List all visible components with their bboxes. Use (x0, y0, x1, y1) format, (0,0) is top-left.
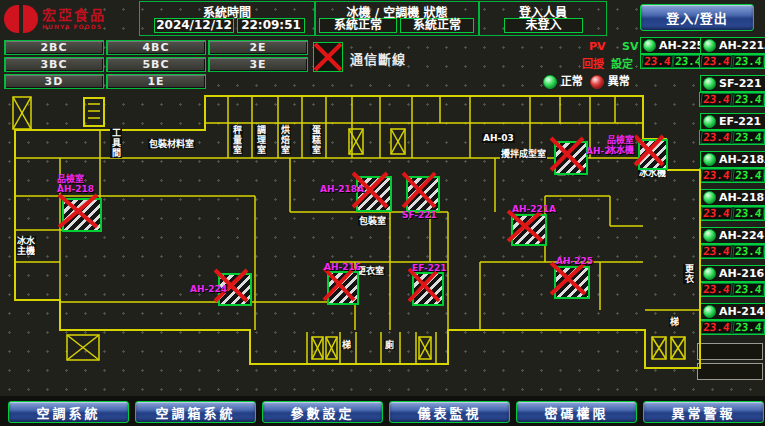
device-row-AH-218B[interactable]: AH-218B (700, 189, 765, 206)
pv-value: 23.4 (700, 283, 732, 296)
comm-loss-icon (313, 42, 343, 72)
stairs-icon (670, 336, 686, 360)
floorplan-device-label-AH-218: 品檢室 AH-218 (57, 174, 94, 194)
nav-button-5[interactable]: 密碼權限 (516, 401, 637, 423)
nav-button-1[interactable]: 空調系統 (8, 401, 129, 423)
device-row-SF-221[interactable]: SF-221 (700, 75, 765, 92)
floorplan-device-label-冰水機: 品檢室 冰水機 (607, 135, 634, 155)
sv-value: 23.4 (732, 207, 764, 220)
device-row-AH-216[interactable]: AH-216 (700, 265, 765, 282)
stairs-icon (325, 336, 338, 360)
floor-button-3E[interactable]: 3E (208, 57, 308, 72)
floorplan-device-AH-214[interactable] (554, 141, 588, 175)
stairs-icon (12, 96, 32, 130)
feedback-tag: 回授 (582, 55, 604, 71)
pv-value: 23.4 (700, 321, 732, 334)
sv-value: 23.4 (732, 169, 764, 182)
stairs-icon (311, 336, 324, 360)
device-values-AH-214: 23.423.4 (699, 320, 765, 335)
room-label: 冰水 主機 (16, 236, 36, 256)
brand-logo-icon (4, 5, 38, 33)
room-label: 烘焙室 (279, 125, 291, 155)
system-time-section: 系統時間 2024/12/12 22:09:51 (139, 1, 315, 36)
room-label: 調理室 (255, 125, 267, 155)
nav-button-3[interactable]: 參數設定 (262, 401, 383, 423)
pv-value: 23.4 (700, 55, 732, 68)
floor-button-3D[interactable]: 3D (4, 74, 104, 89)
device-row-AH-218A[interactable]: AH-218A (700, 151, 765, 168)
device-values-AH-218A: 23.423.4 (699, 168, 765, 183)
brand-name-en: HUNYA FOODS (42, 24, 106, 30)
system-date: 2024/12/12 (154, 18, 234, 33)
room-label: 包裝室 (358, 216, 387, 226)
room-label: 工具間 (110, 128, 122, 158)
nav-button-4[interactable]: 儀表監視 (389, 401, 510, 423)
device-name: AH-216 (719, 267, 764, 280)
floorplan-device-SF-221[interactable] (406, 176, 440, 212)
login-logout-button[interactable]: 登入/登出 (640, 4, 754, 31)
chiller-status: 系統正常 (319, 18, 397, 33)
sv-value: 23.4 (732, 245, 764, 258)
pv-value: 23.4 (700, 169, 732, 182)
room-label: 梯 (669, 317, 680, 327)
device-values-SF-221: 23.423.4 (699, 92, 765, 107)
floor-button-3BC[interactable]: 3BC (4, 57, 104, 72)
device-row-AH-214[interactable]: AH-214 (700, 303, 765, 320)
pv-tag: PV (589, 40, 606, 53)
device-row-EF-221[interactable]: EF-221 (700, 113, 765, 130)
floorplan-device-label-AH-225: AH-225 (556, 256, 593, 266)
floorplan-device-EF-221[interactable] (412, 272, 444, 306)
stairs-icon (651, 336, 667, 360)
device-name: AH-225 (659, 39, 704, 52)
device-status-lamp (643, 39, 656, 52)
stairs-icon (390, 128, 406, 155)
floorplan-device-AH-221A[interactable] (511, 214, 547, 246)
floorplan-device-AH-216[interactable] (327, 271, 359, 305)
room-label: 梯 (341, 340, 352, 350)
floor-button-5BC[interactable]: 5BC (106, 57, 206, 72)
sv-value: 23.4 (732, 283, 764, 296)
device-name: SF-221 (719, 77, 762, 90)
pv-value: 23.4 (700, 207, 732, 220)
floor-button-2BC[interactable]: 2BC (4, 40, 104, 55)
device-status-lamp (703, 39, 716, 52)
stairs-icon (348, 128, 364, 155)
floorplan-device-AH-218[interactable] (62, 198, 102, 232)
floorplan-device-label-SF-221: SF-221 (402, 210, 437, 220)
stairs-icon (418, 336, 432, 360)
empty-device-slot (697, 343, 763, 360)
device-status-lamp (703, 191, 716, 204)
device-name: AH-221A (719, 39, 765, 52)
room-label: 攪拌成型室 (500, 149, 547, 159)
brand-logo: 宏亞食品 HUNYA FOODS (4, 2, 132, 35)
device-row-AH-225[interactable]: AH-225 (640, 37, 703, 54)
device-row-AH-221A[interactable]: AH-221A (700, 37, 765, 54)
floorplan-device-label-EF-221: EF-221 (412, 263, 447, 273)
sv-value: 23.4 (732, 321, 764, 334)
brand-name: 宏亞食品 (42, 8, 106, 22)
device-row-AH-224[interactable]: AH-224 (700, 227, 765, 244)
login-user-value: 未登入 (504, 18, 583, 33)
login-section: 登入人員 未登入 (479, 1, 607, 36)
legend-normal: 正常 (543, 72, 583, 89)
device-name: EF-221 (719, 115, 761, 128)
floorplan-device-label-AH-224: AH-224 (190, 284, 227, 294)
comm-loss-label: 通信斷線 (350, 49, 406, 68)
floorplan-device-AH-218A[interactable] (356, 176, 392, 212)
normal-lamp-icon (543, 75, 557, 89)
nav-button-6[interactable]: 異常警報 (643, 401, 764, 423)
nav-button-2[interactable]: 空調箱系統 (135, 401, 256, 423)
pv-value: 23.4 (641, 55, 673, 68)
sv-tag: SV (622, 40, 638, 53)
device-status-lamp (703, 305, 716, 318)
system-clock: 22:09:51 (237, 18, 305, 33)
sv-value: 23.4 (732, 93, 764, 106)
floor-button-2E[interactable]: 2E (208, 40, 308, 55)
floor-button-4BC[interactable]: 4BC (106, 40, 206, 55)
floorplan-device-label-AH-216: AH-216 (324, 262, 361, 272)
floorplan-device-冰水機[interactable] (638, 139, 668, 170)
device-status-lamp (703, 229, 716, 242)
floor-button-1E[interactable]: 1E (106, 74, 206, 89)
empty-device-slot (697, 363, 763, 380)
floorplan-device-AH-225[interactable] (554, 266, 590, 299)
